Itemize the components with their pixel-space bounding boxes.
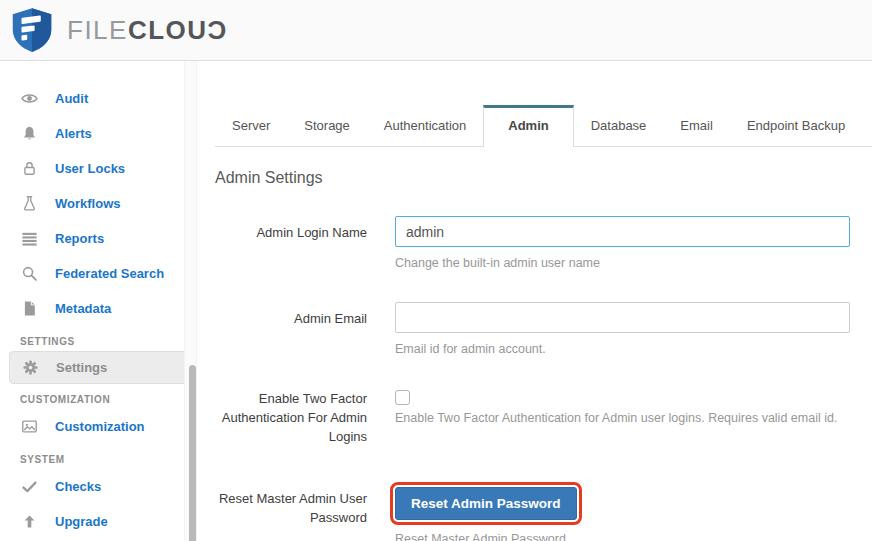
page-title: Admin Settings — [215, 169, 872, 187]
sidebar-item-label: Metadata — [55, 301, 111, 316]
sidebar-item-reports[interactable]: Reports — [0, 221, 197, 256]
sidebar-item-label: Workflows — [55, 196, 121, 211]
sidebar-item-label: Checks — [55, 479, 101, 494]
two-factor-label: Enable Two Factor Authentication For Adm… — [215, 388, 367, 447]
tab-admin[interactable]: Admin — [483, 105, 573, 147]
admin-login-name-input[interactable] — [395, 216, 850, 247]
sidebar-item-user-locks[interactable]: User Locks — [0, 151, 197, 186]
sidebar: Audit Alerts User Locks Workflows Report… — [0, 61, 197, 541]
sidebar-item-customization[interactable]: Customization — [0, 409, 197, 444]
eye-icon — [21, 90, 38, 107]
main-content: Server Storage Authentication Admin Data… — [197, 61, 872, 541]
sidebar-scrollbar-thumb[interactable] — [189, 365, 196, 541]
flask-icon — [21, 195, 38, 212]
tab-endpoint-backup[interactable]: Endpoint Backup — [730, 105, 862, 146]
tab-server[interactable]: Server — [215, 105, 287, 146]
search-icon — [21, 265, 38, 282]
sidebar-item-metadata[interactable]: Metadata — [0, 291, 197, 326]
reset-admin-password-button[interactable]: Reset Admin Password — [395, 487, 577, 520]
sidebar-item-label: Audit — [55, 91, 88, 106]
sidebar-section-settings: SETTINGS — [0, 326, 197, 351]
sidebar-item-upgrade[interactable]: Upgrade — [0, 504, 197, 539]
sidebar-section-customization: CUSTOMIZATION — [0, 384, 197, 409]
form-row-two-factor: Enable Two Factor Authentication For Adm… — [215, 388, 872, 447]
sidebar-section-system: SYSTEM — [0, 444, 197, 469]
sidebar-item-label: Settings — [56, 360, 107, 375]
sidebar-item-label: Customization — [55, 419, 145, 434]
tab-authentication[interactable]: Authentication — [367, 105, 483, 146]
filecloud-logo: FILECLOUƆ — [11, 7, 228, 53]
sidebar-item-federated-search[interactable]: Federated Search — [0, 256, 197, 291]
sidebar-item-settings[interactable]: Settings — [9, 351, 188, 384]
file-icon — [21, 300, 38, 317]
shield-logo-icon — [11, 7, 53, 53]
list-icon — [21, 230, 38, 247]
gear-icon — [22, 359, 39, 376]
admin-settings-form: Admin Login Name Change the built-in adm… — [215, 216, 872, 541]
sidebar-item-workflows[interactable]: Workflows — [0, 186, 197, 221]
admin-email-help: Email id for admin account. — [395, 340, 850, 358]
admin-email-label: Admin Email — [215, 302, 367, 358]
admin-email-input[interactable] — [395, 302, 850, 333]
admin-login-name-help: Change the built-in admin user name — [395, 254, 850, 272]
tab-email[interactable]: Email — [663, 105, 730, 146]
reset-password-label: Reset Master Admin User Password — [215, 481, 367, 541]
brand-text-light: FILE — [67, 15, 128, 45]
admin-login-name-label: Admin Login Name — [215, 216, 367, 272]
tab-database[interactable]: Database — [574, 105, 664, 146]
check-icon — [21, 478, 38, 495]
sidebar-item-label: Upgrade — [55, 514, 108, 529]
app-header: FILECLOUƆ — [0, 0, 872, 61]
sidebar-item-audit[interactable]: Audit — [0, 81, 197, 116]
form-row-admin-email: Admin Email Email id for admin account. — [215, 302, 872, 358]
sidebar-item-alerts[interactable]: Alerts — [0, 116, 197, 151]
sidebar-item-label: Alerts — [55, 126, 92, 141]
bell-icon — [21, 125, 38, 142]
form-row-reset-password: Reset Master Admin User Password Reset A… — [215, 481, 872, 541]
tab-storage[interactable]: Storage — [287, 105, 367, 146]
brand-text-bold: CLOUƆ — [128, 15, 228, 45]
lock-icon — [21, 160, 38, 177]
two-factor-help: Enable Two Factor Authentication for Adm… — [395, 409, 850, 427]
sidebar-item-label: Reports — [55, 231, 104, 246]
brand-wordmark: FILECLOUƆ — [67, 15, 228, 46]
sidebar-item-checks[interactable]: Checks — [0, 469, 197, 504]
arrow-up-icon — [21, 513, 38, 530]
reset-password-help: Reset Master Admin Password — [395, 530, 850, 541]
form-row-admin-login-name: Admin Login Name Change the built-in adm… — [215, 216, 872, 272]
two-factor-checkbox[interactable] — [395, 390, 410, 405]
settings-tab-bar: Server Storage Authentication Admin Data… — [215, 105, 872, 147]
image-icon — [21, 418, 38, 435]
sidebar-item-label: User Locks — [55, 161, 125, 176]
sidebar-item-label: Federated Search — [55, 266, 164, 281]
